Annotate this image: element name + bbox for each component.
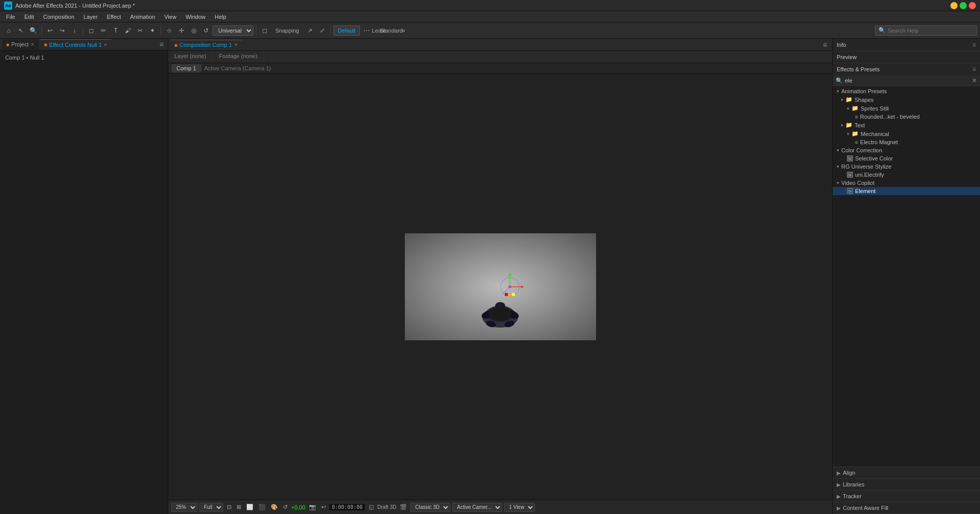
maximize-button[interactable] bbox=[960, 2, 967, 9]
project-tab-close[interactable]: ✕ bbox=[31, 42, 35, 47]
shapes-subcategory[interactable]: ▾ 📁 Shapes bbox=[833, 95, 980, 104]
rg-universe-category[interactable]: ▾ RG Universe Stylize bbox=[833, 163, 980, 171]
motion-track-dropdown[interactable]: Universal bbox=[213, 25, 253, 36]
workspace-standard[interactable]: Standard bbox=[385, 25, 397, 36]
ep-search-clear[interactable]: ✕ bbox=[972, 77, 977, 84]
camera-dropdown[interactable]: Active Camer... bbox=[452, 503, 502, 512]
safe-zones-btn[interactable]: ⬜ bbox=[245, 503, 255, 511]
menu-file[interactable]: File bbox=[2, 13, 19, 21]
workspace-default[interactable]: Default bbox=[333, 25, 360, 36]
minimize-button[interactable] bbox=[950, 2, 958, 9]
mask-tool[interactable]: ◻ bbox=[86, 25, 97, 36]
menu-bar: File Edit Composition Layer Effect Anima… bbox=[0, 11, 980, 22]
anchor-tool[interactable]: ⊹ bbox=[164, 25, 175, 36]
mechanical-folder-icon: 📁 bbox=[852, 130, 859, 137]
view-mode-dropdown[interactable]: Classic 3D bbox=[410, 503, 450, 512]
transparency-btn[interactable]: ⬛ bbox=[257, 503, 267, 511]
rotate-tool[interactable]: ◎ bbox=[188, 25, 199, 36]
composition-viewer-tab[interactable]: ■ Composition Comp 1 ✕ bbox=[170, 40, 242, 50]
animation-presets-category[interactable]: ▾ Animation Presets bbox=[833, 87, 980, 95]
preview-header[interactable]: Preview bbox=[833, 51, 980, 63]
text-folder-icon: 📁 bbox=[845, 122, 853, 128]
grid-btn[interactable]: ⊞ bbox=[235, 503, 243, 511]
toolbar-sep-5 bbox=[330, 26, 331, 35]
effects-presets-menu[interactable]: ≡ bbox=[972, 66, 976, 73]
effects-presets-header[interactable]: Effects & Presets ≡ bbox=[833, 63, 980, 75]
refresh-tool[interactable]: ↺ bbox=[200, 25, 212, 36]
puppet-tool[interactable]: ✦ bbox=[147, 25, 158, 36]
redo-tool[interactable]: ↪ bbox=[57, 25, 68, 36]
menu-effect[interactable]: Effect bbox=[102, 13, 125, 21]
sprites-still-subcategory[interactable]: ▾ 📁 Sprites Still bbox=[833, 104, 980, 113]
home-tool[interactable]: ⌂ bbox=[3, 25, 14, 36]
layout-dropdown[interactable]: 1 View bbox=[504, 503, 535, 512]
pen-tool[interactable]: ✏ bbox=[98, 25, 109, 36]
text-tool[interactable]: T bbox=[110, 25, 121, 36]
title-bar: Ae Adobe After Effects 2021 - Untitled P… bbox=[0, 0, 980, 11]
brush-tool[interactable]: 🖌 bbox=[122, 25, 134, 36]
effect-controls-tab-close[interactable]: ✕ bbox=[104, 42, 108, 47]
comp-viewer-tab-close[interactable]: ✕ bbox=[234, 42, 238, 47]
libraries-header[interactable]: ▶ Libraries bbox=[833, 479, 980, 490]
menu-view[interactable]: View bbox=[160, 13, 180, 21]
center-area: ■ Composition Comp 1 ✕ ≡ Layer (none) Fo… bbox=[168, 39, 832, 514]
ep-search-input[interactable] bbox=[845, 77, 970, 84]
color-channels-btn[interactable]: 🎨 bbox=[269, 503, 279, 511]
content-aware-fill-header[interactable]: ▶ Content Aware Fill bbox=[833, 502, 980, 513]
electro-magnet-item[interactable]: ≡ Electro Magnet bbox=[833, 138, 980, 146]
toolbar-sep-2 bbox=[83, 26, 83, 35]
info-menu[interactable]: ≡ bbox=[972, 41, 976, 48]
clone-tool[interactable]: ✂ bbox=[135, 25, 146, 36]
undo-tool[interactable]: ↩ bbox=[44, 25, 56, 36]
toolbar-sep-3 bbox=[161, 26, 161, 35]
draft-3d-toggle[interactable]: ◱ bbox=[367, 503, 375, 511]
menu-composition[interactable]: Composition bbox=[39, 13, 79, 21]
menu-window[interactable]: Window bbox=[182, 13, 210, 21]
menu-layer[interactable]: Layer bbox=[80, 13, 102, 21]
mechanical-subcategory[interactable]: ▾ 📁 Mechanical bbox=[833, 129, 980, 138]
move-tool[interactable]: ✛ bbox=[176, 25, 187, 36]
comp-canvas[interactable] bbox=[405, 233, 596, 340]
uni-electrify-item[interactable]: fx uni.Electrify bbox=[833, 171, 980, 179]
close-button[interactable] bbox=[969, 2, 976, 9]
workspace-more[interactable]: » bbox=[398, 25, 409, 36]
snap-btn-1[interactable]: ↗ bbox=[304, 25, 316, 36]
rounded-item[interactable]: ≡ Rounded...ket - beveled bbox=[833, 113, 980, 121]
workspace-options[interactable]: ⋯ bbox=[361, 25, 372, 36]
viewer-menu[interactable]: ≡ bbox=[820, 41, 830, 49]
down-tool[interactable]: ↓ bbox=[69, 25, 80, 36]
element-item[interactable]: fx Element bbox=[833, 187, 980, 195]
tracker-header[interactable]: ▶ Tracker bbox=[833, 491, 980, 502]
render-mode-btn[interactable]: 🎬 bbox=[398, 503, 408, 511]
effect-controls-tab[interactable]: ■ Effect Controls Null 1 ✕ bbox=[40, 39, 112, 49]
camera-icon-btn[interactable]: 📷 bbox=[307, 503, 318, 511]
info-header[interactable]: Info ≡ bbox=[833, 39, 980, 51]
color-correction-category[interactable]: ▾ Color Correction bbox=[833, 146, 980, 154]
snapshot-btn[interactable]: ↩ bbox=[320, 503, 327, 511]
project-tab[interactable]: ■ Project ✕ bbox=[2, 39, 39, 49]
preview-label: Preview bbox=[837, 54, 857, 60]
snapping-toggle[interactable]: ◻ bbox=[259, 25, 270, 36]
select-tool[interactable]: ↖ bbox=[15, 25, 27, 36]
quality-dropdown[interactable]: Full bbox=[199, 503, 223, 512]
fit-view-btn[interactable]: ⊡ bbox=[225, 503, 233, 511]
video-copilot-category[interactable]: ▾ Video Copilot bbox=[833, 179, 980, 187]
align-header[interactable]: ▶ Align bbox=[833, 467, 980, 478]
comp-tab[interactable]: Comp 1 bbox=[171, 64, 201, 72]
zoom-dropdown[interactable]: 25% bbox=[171, 503, 197, 512]
menu-edit[interactable]: Edit bbox=[20, 13, 38, 21]
search-tool[interactable]: 🔍 bbox=[28, 25, 39, 36]
menu-animation[interactable]: Animation bbox=[126, 13, 159, 21]
timecode-display: 0:00:00:00 bbox=[329, 504, 365, 510]
search-help-input[interactable] bbox=[888, 28, 973, 34]
selective-color-item[interactable]: fx Selective Color bbox=[833, 154, 980, 163]
toolbar-sep-1 bbox=[41, 26, 42, 35]
effects-presets-label: Effects & Presets bbox=[837, 66, 880, 72]
menu-help[interactable]: Help bbox=[211, 13, 230, 21]
footage-panel-label: Footage (none) bbox=[213, 51, 264, 63]
left-panel-menu[interactable]: ≡ bbox=[158, 40, 166, 48]
snap-btn-2[interactable]: ⤢ bbox=[317, 25, 328, 36]
snapping-label[interactable]: Snapping bbox=[271, 26, 303, 35]
reset-exposure-btn[interactable]: ↺ bbox=[281, 503, 289, 511]
text-subcategory[interactable]: ▾ 📁 Text bbox=[833, 121, 980, 129]
